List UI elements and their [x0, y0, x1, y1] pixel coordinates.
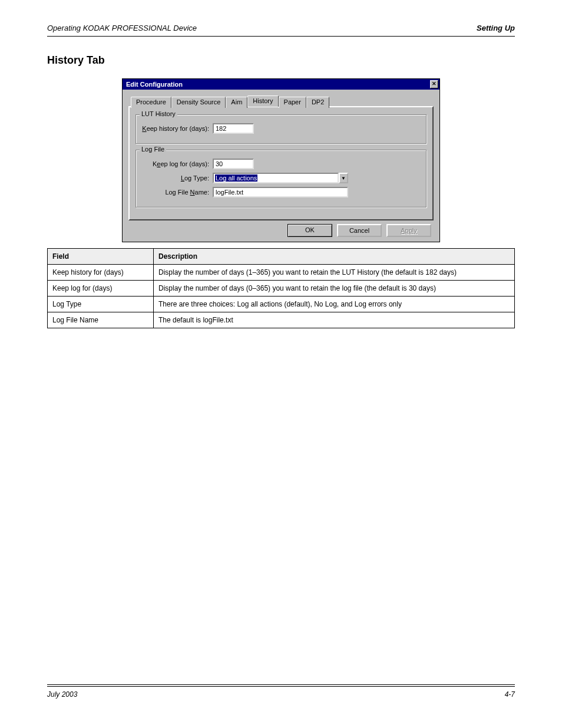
chevron-down-icon[interactable]: ▼	[339, 173, 348, 183]
keep-history-row: Keep history for (days):	[142, 123, 420, 134]
tab-aim[interactable]: Aim	[226, 97, 247, 108]
table-row: Log File Name The default is logFile.txt	[48, 312, 515, 328]
dialog-body: Procedure Density Source Aim History Pap…	[123, 90, 439, 242]
log-file-name-input[interactable]	[213, 187, 348, 197]
tab-paper[interactable]: Paper	[279, 97, 306, 108]
col-field: Field	[48, 249, 154, 265]
tab-dp2[interactable]: DP2	[306, 97, 329, 108]
fields-table: Field Description Keep history for (days…	[47, 248, 515, 328]
keep-history-input[interactable]	[213, 123, 254, 134]
apply-button: Apply	[386, 224, 431, 237]
log-file-legend: Log File	[140, 146, 166, 153]
tab-panel: Procedure Density Source Aim History Pap…	[128, 106, 434, 220]
log-type-label: Log Type:	[142, 174, 213, 182]
edit-configuration-dialog: Edit Configuration ✕ Procedure Density S…	[122, 78, 440, 242]
lut-history-legend: LUT History	[140, 110, 177, 117]
table-row: Keep log for (days) Display the number o…	[48, 281, 515, 297]
col-description: Description	[154, 249, 515, 265]
cancel-button[interactable]: Cancel	[337, 224, 382, 237]
ok-button[interactable]: OK	[287, 224, 332, 237]
log-file-name-label: Log File Name:	[142, 189, 213, 196]
tab-density-source[interactable]: Density Source	[171, 97, 226, 108]
tab-procedure[interactable]: Procedure	[131, 97, 171, 108]
keep-log-label: Keep log for (days):	[142, 160, 213, 167]
close-icon[interactable]: ✕	[430, 80, 438, 88]
keep-log-row: Keep log for (days):	[142, 159, 420, 169]
dialog-titlebar: Edit Configuration ✕	[123, 79, 439, 90]
page-header: Operating KODAK PROFESSIONAL Device Sett…	[47, 24, 515, 37]
tab-history[interactable]: History	[247, 95, 278, 107]
log-type-combo[interactable]: Log all actions ▼	[213, 173, 348, 183]
lut-history-group: LUT History Keep history for (days):	[135, 114, 427, 144]
footer-left: July 2003	[47, 690, 77, 699]
dialog-button-row: OK Cancel Apply	[128, 220, 434, 238]
log-file-name-row: Log File Name:	[142, 187, 420, 197]
header-left: Operating KODAK PROFESSIONAL Device	[47, 24, 197, 32]
footer-right: 4-7	[505, 690, 515, 699]
table-head-row: Field Description	[48, 249, 515, 265]
tab-strip: Procedure Density Source Aim History Pap…	[131, 96, 329, 107]
section-title: History Tab	[47, 54, 515, 67]
log-type-value: Log all actions	[213, 173, 339, 183]
header-right: Setting Up	[477, 24, 515, 32]
keep-history-label: Keep history for (days):	[142, 125, 213, 132]
log-type-row: Log Type: Log all actions ▼	[142, 173, 420, 183]
table-row: Log Type There are three choices: Log al…	[48, 297, 515, 312]
page-footer: July 2003 4-7	[47, 684, 515, 699]
log-file-group: Log File Keep log for (days): Log Type: …	[135, 150, 427, 207]
dialog-title: Edit Configuration	[126, 81, 183, 88]
keep-log-input[interactable]	[213, 159, 254, 169]
table-row: Keep history for (days) Display the numb…	[48, 265, 515, 281]
